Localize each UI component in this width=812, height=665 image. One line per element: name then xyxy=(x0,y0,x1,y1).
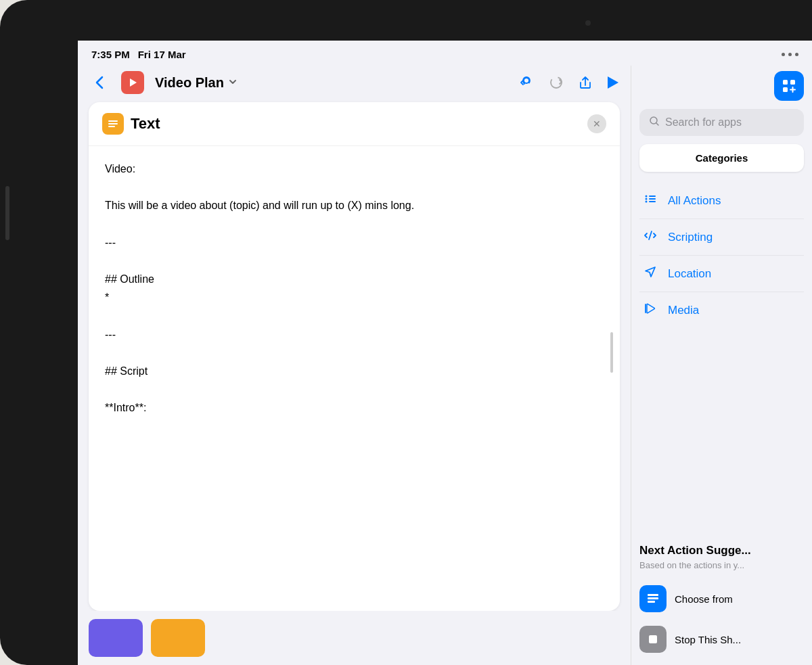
action-thumb-purple[interactable] xyxy=(89,619,143,657)
close-icon: ✕ xyxy=(593,118,601,129)
toolbar: Video Plan xyxy=(78,66,631,102)
svg-rect-21 xyxy=(649,635,657,643)
card-title-label: Text xyxy=(131,115,160,133)
date-label: Fri 17 Mar xyxy=(138,49,186,60)
search-container: Search for apps xyxy=(631,109,812,144)
card-body[interactable]: Video: This will be a video about (topic… xyxy=(89,146,620,611)
location-label: Location xyxy=(668,267,711,281)
action-item-media[interactable]: Media xyxy=(639,292,804,328)
device-frame: hulry 7:35 PM Fri 17 Mar xyxy=(0,0,812,665)
status-dots xyxy=(782,53,798,56)
share-button[interactable] xyxy=(578,74,593,91)
action-thumb-yellow[interactable] xyxy=(151,619,205,657)
svg-rect-19 xyxy=(648,597,658,599)
svg-rect-6 xyxy=(108,123,118,124)
action-item-all-actions[interactable]: All Actions xyxy=(639,183,804,219)
tablet-screen: 7:35 PM Fri 17 Mar xyxy=(78,41,812,665)
svg-point-3 xyxy=(551,77,562,88)
svg-rect-17 xyxy=(649,201,656,202)
suggestions-title: Next Action Sugge... xyxy=(639,544,804,557)
svg-rect-15 xyxy=(649,198,656,200)
side-button xyxy=(5,186,9,240)
search-bar[interactable]: Search for apps xyxy=(639,109,804,136)
search-placeholder-text: Search for apps xyxy=(665,116,742,129)
bottom-action-bar xyxy=(78,611,631,665)
card-type-icon xyxy=(102,113,124,135)
dot-2 xyxy=(788,53,792,56)
svg-rect-9 xyxy=(790,80,795,85)
svg-rect-10 xyxy=(783,87,788,92)
back-button[interactable] xyxy=(89,72,110,93)
stop-label: Stop This Sh... xyxy=(675,634,741,645)
media-icon xyxy=(642,302,658,319)
scripting-icon xyxy=(642,229,658,246)
svg-point-16 xyxy=(646,201,648,203)
title-chevron-icon[interactable] xyxy=(228,77,238,89)
svg-rect-18 xyxy=(648,594,658,596)
status-bar: 7:35 PM Fri 17 Mar xyxy=(78,41,812,66)
main-panel: Video Plan xyxy=(78,66,631,665)
suggestions-section: Next Action Sugge... Based on the action… xyxy=(631,536,812,665)
all-actions-label: All Actions xyxy=(668,194,721,208)
card-close-button[interactable]: ✕ xyxy=(587,114,606,133)
location-icon xyxy=(642,265,658,282)
svg-rect-5 xyxy=(108,120,118,122)
choose-from-label: Choose from xyxy=(675,593,733,605)
stop-icon xyxy=(639,626,667,653)
media-label: Media xyxy=(668,304,699,317)
svg-rect-8 xyxy=(783,80,788,85)
action-item-scripting[interactable]: Scripting xyxy=(639,219,804,256)
action-item-location[interactable]: Location xyxy=(639,256,804,292)
svg-point-2 xyxy=(524,78,529,83)
dot-1 xyxy=(782,53,785,56)
suggestion-stop[interactable]: Stop This Sh... xyxy=(639,619,804,660)
toolbar-actions xyxy=(518,74,620,91)
content-card: Text ✕ Video: This will be a video about… xyxy=(89,102,620,611)
toolbar-title-area: Video Plan xyxy=(155,75,508,91)
svg-rect-13 xyxy=(649,196,656,197)
sidebar-header xyxy=(631,66,812,109)
categories-button[interactable]: Categories xyxy=(639,144,804,172)
action-list: All Actions Scripting xyxy=(631,183,812,536)
device-top-bar xyxy=(71,0,812,41)
shortcuts-icon[interactable] xyxy=(774,71,804,101)
choose-from-icon xyxy=(639,585,667,612)
svg-marker-4 xyxy=(608,76,618,89)
camera-dot xyxy=(585,20,591,26)
card-header: Text ✕ xyxy=(89,102,620,146)
suggestions-subtitle: Based on the actions in y... xyxy=(639,560,804,570)
all-actions-icon xyxy=(642,192,658,209)
dot-3 xyxy=(795,53,798,56)
scroll-indicator xyxy=(610,332,613,373)
card-title-area: Text xyxy=(102,113,160,135)
app-icon xyxy=(121,71,144,94)
undo-button[interactable] xyxy=(518,74,535,91)
suggestion-choose-from[interactable]: Choose from xyxy=(639,578,804,619)
status-time: 7:35 PM Fri 17 Mar xyxy=(91,49,186,60)
device-left-bar xyxy=(0,0,78,665)
svg-point-14 xyxy=(646,198,648,200)
svg-rect-7 xyxy=(108,126,115,127)
svg-rect-20 xyxy=(648,601,655,603)
right-sidebar: Search for apps Categories xyxy=(631,66,812,665)
workflow-title: Video Plan xyxy=(155,75,224,91)
card-text-content: Video: This will be a video about (topic… xyxy=(105,160,604,417)
scripting-label: Scripting xyxy=(668,231,713,244)
time-label: 7:35 PM xyxy=(91,49,130,60)
svg-point-12 xyxy=(646,196,648,198)
search-icon xyxy=(649,116,660,129)
redo-button[interactable] xyxy=(548,74,564,91)
content-area: Video Plan xyxy=(78,66,812,665)
run-button[interactable] xyxy=(606,75,620,90)
